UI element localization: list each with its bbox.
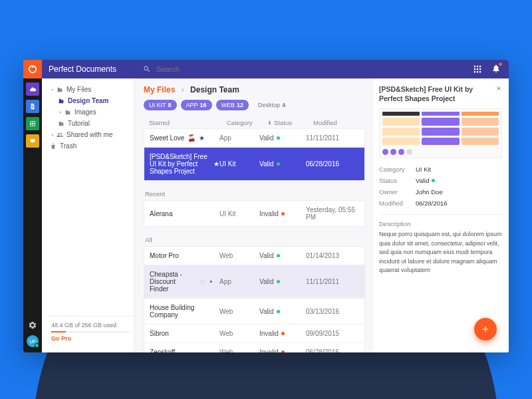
chevron-right-icon — [58, 110, 63, 115]
app-title: Perfect Documents — [49, 65, 116, 74]
notifications-button[interactable] — [491, 64, 501, 74]
folder-icon — [58, 120, 65, 127]
go-pro-link[interactable]: Go Pro — [51, 335, 130, 342]
apps-icon[interactable] — [473, 65, 482, 74]
user-avatar[interactable]: UP — [27, 335, 39, 347]
tree-trash[interactable]: Trash — [47, 140, 134, 152]
crumb-root[interactable]: My Files — [144, 85, 175, 94]
folder-icon — [65, 109, 71, 116]
col-category[interactable]: Category — [227, 119, 267, 126]
section-recent: Recent — [144, 186, 372, 200]
chevron-right-icon — [50, 132, 55, 138]
chip-app[interactable]: APP16 — [181, 100, 212, 110]
table-row[interactable]: Sibron Web Invalid 09/09/2015 — [144, 325, 364, 343]
table-row[interactable]: Alerana UI Kit Invalid Yesterday, 05:55 … — [144, 201, 364, 226]
col-modified[interactable]: Modified — [313, 119, 366, 126]
search-icon — [143, 65, 151, 73]
chip-uikit[interactable]: UI KIT8 — [144, 100, 177, 110]
svg-rect-1 — [32, 65, 33, 68]
close-icon[interactable] — [495, 85, 502, 92]
trash-icon — [50, 143, 57, 150]
storage-label: 48.4 GB of 256 GB used — [51, 322, 130, 329]
chip-web[interactable]: WEB12 — [216, 100, 249, 110]
tree-design-team[interactable]: Design Team — [55, 95, 134, 106]
rail-slide[interactable] — [26, 134, 39, 148]
tree-my-files[interactable]: My Files — [47, 84, 134, 95]
table-row[interactable]: Motor Pro Web Valid 01/14/2013 — [144, 247, 364, 265]
filter-chips: UI KIT8 APP16 WEB12 Desktop4 — [144, 100, 372, 110]
all-list: Motor Pro Web Valid 01/14/2013 Cheapsta … — [144, 246, 365, 352]
table-row[interactable]: Cheapsta - Discount Finder☆ App Valid 11… — [144, 265, 364, 299]
plus-icon — [481, 325, 490, 334]
breadcrumb: My Files › Design Team — [144, 85, 372, 94]
table-row[interactable]: Zenskoff Web Invalid 06/28/2016 — [144, 343, 364, 352]
chevron-right-icon: › — [182, 85, 184, 94]
storage-widget: 48.4 GB of 256 GB used Go Pro — [47, 316, 134, 347]
search-input[interactable] — [155, 65, 249, 74]
fab-add-button[interactable] — [474, 318, 497, 340]
col-status[interactable]: Status — [267, 119, 313, 126]
tree-images[interactable]: Images — [55, 106, 134, 118]
sort-arrow-icon — [267, 120, 273, 126]
details-title: [PSD&Sketch] Free UI Kit by Perfect Shap… — [379, 85, 495, 103]
star-outline-icon[interactable]: ☆ — [200, 278, 205, 285]
preview-thumbnail — [379, 108, 502, 158]
app-window: Perfect Documents UP — [23, 60, 509, 352]
table-row[interactable]: Sweet Love🍒★ App Valid 11/11/2011 — [144, 129, 364, 148]
rail-cloud[interactable] — [26, 82, 39, 96]
col-name[interactable]: Starred — [149, 119, 227, 126]
people-icon — [57, 132, 63, 138]
folder-tree: My Files Design Team Images Tutorial Sha… — [42, 78, 134, 352]
main-content: My Files › Design Team UI KIT8 APP16 WEB… — [134, 78, 372, 352]
details-panel: [PSD&Sketch] Free UI Kit by Perfect Shap… — [372, 78, 509, 352]
tree-tutorial[interactable]: Tutorial — [55, 118, 134, 129]
svg-rect-2 — [31, 139, 35, 142]
column-headers: Starred Category Status Modified — [144, 117, 372, 128]
tree-shared[interactable]: Shared with me — [47, 129, 134, 140]
cherry-icon: 🍒 — [188, 134, 196, 142]
starred-list: Sweet Love🍒★ App Valid 11/11/2011 [PSD&S… — [144, 128, 365, 181]
star-icon[interactable]: ★ — [213, 160, 219, 168]
titlebar: Perfect Documents — [23, 60, 509, 78]
search-wrap[interactable] — [143, 65, 473, 74]
table-row[interactable]: House Building Company Web Valid 03/13/2… — [144, 299, 364, 325]
crumb-current: Design Team — [190, 85, 239, 94]
description-heading: Description — [379, 214, 502, 227]
description-text: Neque porro quisquam est, qui dolorem ip… — [379, 230, 502, 275]
chip-desktop[interactable]: Desktop4 — [253, 100, 291, 110]
notification-dot — [499, 63, 502, 66]
folder-icon — [57, 86, 63, 93]
table-row-selected[interactable]: [PSD&Sketch] Free UI Kit by Perfect Shap… — [144, 148, 364, 180]
cursor-icon — [209, 278, 213, 285]
nav-rail: UP — [23, 78, 42, 352]
app-logo — [23, 60, 42, 78]
rail-sheet[interactable] — [26, 117, 39, 130]
recent-list: Alerana UI Kit Invalid Yesterday, 05:55 … — [144, 200, 365, 227]
section-all: All — [144, 232, 372, 246]
star-icon[interactable]: ★ — [199, 134, 205, 142]
rail-doc[interactable] — [26, 100, 39, 113]
folder-icon — [58, 98, 65, 104]
settings-icon[interactable] — [28, 321, 37, 330]
chevron-down-icon — [50, 87, 55, 92]
